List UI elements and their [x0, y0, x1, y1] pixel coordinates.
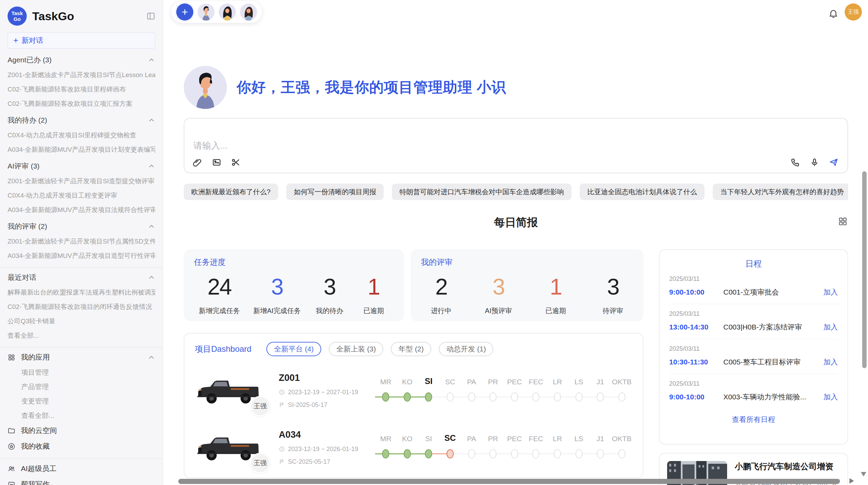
milestone-timeline: MR KO SI SC PA PR PEC FEC LR LS [375, 376, 632, 405]
section-ai-review[interactable]: AI评审 (3) [8, 158, 155, 174]
chat-input-box[interactable]: 请输入... [184, 118, 848, 173]
view-all-recent[interactable]: 查看全部... [8, 328, 155, 343]
image-icon [8, 481, 15, 485]
suggestion-chip[interactable]: 当下年轻人对汽车外观有怎样的喜好趋势 [713, 184, 848, 200]
filter-powertrain[interactable]: 动总开发 (1) [439, 342, 494, 356]
divider [0, 458, 163, 459]
milestone-dot [511, 393, 518, 402]
stat-label: 我的待办 [314, 306, 345, 315]
join-link[interactable]: 加入 [823, 392, 838, 402]
project-row-z001[interactable]: 王强 Z001 2023-12-19 ~ 2027-01-19 [195, 368, 632, 413]
section-agent-done[interactable]: Agent已办 (3) [8, 52, 155, 68]
assistant-avatar-large [184, 66, 227, 109]
list-item[interactable]: A034-全新新能源MUV产品开发项目法规符合性评审 [8, 203, 155, 217]
suggestion-chip[interactable]: 如何写一份清晰的项目周报 [286, 184, 384, 200]
milestone-label: PEC [504, 378, 525, 386]
list-item[interactable]: A034-全新新能源MUV产品开发项目造型可行性评审 [8, 249, 155, 263]
sidebar-item-ai-employee[interactable]: AI超级员工 [8, 461, 155, 476]
sidebar-list: Agent已办 (3) Z001-全新燃油皮卡产品开发项目SI节点Lesson … [8, 52, 155, 485]
section-my-review[interactable]: 我的评审 (2) [8, 219, 155, 234]
greeting-text: 你好，王强，我是你的项目管理助理 小识 [237, 78, 506, 97]
voice-call-icon[interactable] [791, 158, 800, 167]
sidebar-item-cloud-space[interactable]: 我的云空间 [8, 423, 155, 438]
stat-value: 3 [598, 275, 628, 299]
stat-new-ai-done: 3 新增AI完成任务 [253, 275, 301, 315]
project-row-a034[interactable]: 王强 A034 2023-12-19 ~ 2026-01-19 [195, 425, 632, 470]
clock-icon [279, 446, 285, 452]
list-item[interactable]: 解释最新出台的欧盟报废车法规再生塑料比例被调至15%... [8, 285, 155, 300]
view-all-apps[interactable]: 查看全部... [8, 408, 155, 423]
sidebar-item-my-apps[interactable]: 我的应用 [8, 349, 155, 365]
sidebar-item-project-mgmt[interactable]: 项目管理 [8, 365, 155, 380]
divider [0, 267, 163, 268]
vertical-scrollbar[interactable] [862, 171, 867, 368]
suggestion-chip[interactable]: 欧洲新规最近颁布了什么? [184, 184, 278, 200]
list-item[interactable]: C02-飞腾新能源轻客改款项目里程碑画布 [8, 82, 155, 97]
milestone-dot [597, 449, 604, 459]
sidebar-item-help-write[interactable]: 帮我写作 [8, 476, 155, 485]
attachment-icon[interactable] [193, 158, 202, 167]
view-all-schedule-link[interactable]: 查看所有日程 [669, 415, 838, 424]
scroll-down-arrow-icon[interactable] [861, 472, 866, 476]
join-link[interactable]: 加入 [823, 357, 838, 367]
project-code: Z001 [279, 373, 370, 383]
list-item[interactable]: C02-飞腾新能源轻客改款项目的闭环通告反馈情况 [8, 300, 155, 314]
scroll-right-arrow-icon[interactable] [849, 478, 854, 484]
chat-input-placeholder: 请输入... [193, 140, 228, 152]
stat-pending-review: 3 待评审 [598, 275, 628, 315]
stat-label: 已逾期 [358, 306, 389, 315]
section-title: AI评审 (3) [8, 161, 39, 171]
horizontal-scrollbar[interactable] [178, 479, 840, 484]
filter-new-platform[interactable]: 全新平台 (4) [266, 342, 321, 356]
suggestion-chip[interactable]: 特朗普可能对进口汽车增税会对中国车企造成哪些影响 [392, 184, 571, 200]
milestone-label: J1 [590, 435, 611, 443]
sidebar-collapse-icon[interactable] [146, 12, 155, 21]
scissors-icon[interactable] [231, 158, 241, 167]
microphone-icon[interactable] [810, 158, 819, 167]
schedule-date: 2025/03/11 [669, 275, 838, 283]
milestone-label: OKTB [611, 378, 632, 386]
chevron-up-icon [148, 116, 155, 124]
list-item[interactable]: C0X4-动力总成开发项目SI里程碑提交物检查 [8, 128, 155, 142]
list-item[interactable]: Z001-全新燃油轻卡产品开发项目SI造型提交物评审 [8, 174, 155, 188]
clock-icon [279, 389, 285, 395]
card-title: 我的评审 [421, 257, 633, 268]
daily-brief-header: 每日简报 [184, 215, 848, 230]
sidebar-item-label: 我的收藏 [21, 442, 50, 451]
section-recent-chats[interactable]: 最近对话 [8, 270, 155, 285]
app-logo-text-top: Task [11, 10, 23, 16]
insert-image-icon[interactable] [212, 158, 221, 167]
section-title: 最近对话 [8, 273, 36, 282]
list-item[interactable]: C02-飞腾新能源轻客改款项目立项汇报方案 [8, 97, 155, 111]
suggestion-chip[interactable]: 比亚迪全固态电池计划具体说了什么 [580, 184, 704, 200]
stat-label: 新增AI完成任务 [253, 306, 301, 315]
list-item[interactable]: Z001-全新燃油皮卡产品开发项目SI节点Lesson Learn报告 [8, 68, 155, 82]
list-item[interactable]: A034-全新新能源MUV产品开发项目计划变更表编写 [8, 142, 155, 157]
sidebar-item-change-mgmt[interactable]: 变更管理 [8, 394, 155, 408]
composer-left-tools [193, 158, 241, 167]
list-item[interactable]: 公司Q3轻卡销量 [8, 314, 155, 328]
divider [0, 347, 163, 347]
new-chat-label: 新对话 [22, 36, 43, 45]
milestone-dot [468, 449, 475, 459]
milestone-dot [575, 449, 582, 459]
filter-year-model[interactable]: 年型 (2) [391, 342, 431, 356]
milestone-label: MR [375, 378, 397, 386]
stat-label: 已逾期 [540, 306, 571, 315]
section-my-todo[interactable]: 我的待办 (2) [8, 112, 155, 128]
stat-value: 1 [358, 275, 389, 299]
sidebar: Task Go TaskGo + 新对话 Agent已办 (3) Z001-全新… [0, 0, 163, 485]
send-icon[interactable] [829, 158, 839, 167]
list-item[interactable]: C0X4-动力总成开发项目工程变更评审 [8, 188, 155, 203]
schedule-date: 2025/03/11 [669, 345, 838, 352]
join-link[interactable]: 加入 [823, 322, 838, 332]
join-link[interactable]: 加入 [823, 287, 838, 297]
new-chat-button[interactable]: + 新对话 [8, 32, 155, 49]
sidebar-item-favorites[interactable]: 我的收藏 [8, 438, 155, 454]
milestone-dot [532, 449, 540, 459]
sidebar-item-product-mgmt[interactable]: 产品管理 [8, 380, 155, 394]
layout-grid-icon[interactable] [838, 216, 847, 227]
filter-new-body[interactable]: 全新上装 (3) [329, 342, 384, 356]
milestone-label: LS [568, 378, 590, 386]
list-item[interactable]: Z001-全新燃油轻卡产品开发项目SI节点属性5D文件评审 [8, 234, 155, 249]
